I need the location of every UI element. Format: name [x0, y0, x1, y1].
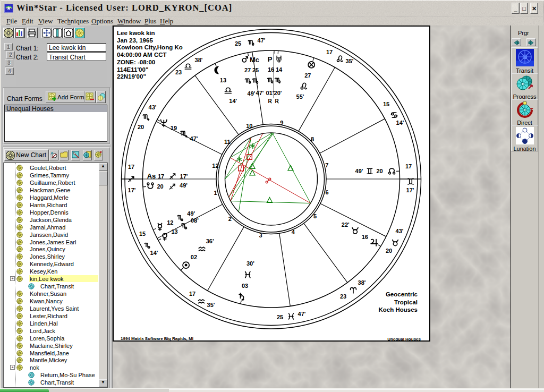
svg-text:Tropical: Tropical: [394, 299, 418, 305]
svg-text:02: 02: [191, 254, 197, 260]
svg-text:Lee kwok kin: Lee kwok kin: [117, 30, 155, 36]
svg-text:47': 47': [190, 135, 198, 142]
svg-text:14': 14': [150, 250, 158, 256]
svg-text:12: 12: [212, 163, 218, 169]
svg-text:14': 14': [396, 120, 404, 126]
svg-text:15: 15: [383, 101, 389, 107]
svg-text:47': 47': [256, 90, 264, 96]
svg-text:04:00:00 AM CCT: 04:00:00 AM CCT: [117, 52, 167, 58]
svg-text:1994 Matrix Software Big Rapi: 1994 Matrix Software Big Rapids, MI: [121, 336, 193, 341]
svg-text:12: 12: [167, 219, 173, 226]
svg-text:35': 35': [346, 58, 354, 64]
svg-text:47': 47': [258, 37, 266, 44]
svg-text:38': 38': [358, 279, 366, 286]
svg-text:25: 25: [252, 67, 259, 73]
svg-text:20: 20: [138, 124, 144, 130]
svg-text:7: 7: [325, 162, 328, 168]
svg-text:As: As: [147, 172, 156, 180]
svg-text:22': 22': [342, 221, 350, 228]
svg-text:4: 4: [292, 229, 295, 235]
svg-text:55': 55': [296, 93, 304, 100]
svg-text:03: 03: [242, 283, 248, 289]
svg-text:Kowloon City,Hong Ko: Kowloon City,Hong Ko: [117, 44, 183, 50]
svg-text:16: 16: [268, 66, 274, 73]
svg-text:14: 14: [276, 66, 283, 73]
svg-text:Jan 23, 1965: Jan 23, 1965: [117, 37, 153, 44]
svg-text:11: 11: [224, 139, 231, 145]
svg-text:15: 15: [139, 231, 146, 237]
svg-text:43': 43': [396, 228, 404, 234]
svg-text:13: 13: [220, 77, 226, 83]
svg-text:Mc: Mc: [250, 56, 259, 64]
svg-text:25: 25: [235, 40, 241, 47]
svg-text:22N19'00": 22N19'00": [117, 73, 146, 80]
svg-text:17': 17': [180, 173, 188, 180]
svg-text:5: 5: [313, 213, 317, 219]
svg-text:2: 2: [228, 216, 232, 222]
svg-text:47': 47': [298, 311, 306, 317]
svg-text:49': 49': [180, 182, 188, 189]
svg-text:49': 49': [355, 168, 363, 174]
svg-text:8: 8: [311, 136, 314, 142]
svg-text:17: 17: [189, 291, 196, 297]
svg-text:36': 36': [206, 238, 214, 244]
svg-text:14': 14': [229, 98, 237, 104]
svg-text:23: 23: [340, 293, 346, 300]
svg-text:P: P: [268, 55, 273, 63]
svg-text:13: 13: [171, 228, 177, 235]
svg-text:17': 17': [128, 187, 136, 193]
svg-text:17: 17: [158, 173, 164, 180]
svg-text:1: 1: [214, 190, 217, 196]
svg-text:27: 27: [244, 67, 251, 73]
svg-text:49': 49': [248, 90, 256, 97]
svg-text:10: 10: [246, 123, 252, 129]
svg-text:43': 43': [149, 104, 157, 110]
svg-text:35': 35': [207, 302, 215, 308]
svg-text:20: 20: [157, 183, 163, 190]
svg-text:20': 20': [274, 90, 282, 96]
svg-text:30': 30': [246, 260, 254, 267]
svg-text:Unequal Houses: Unequal Houses: [387, 337, 421, 342]
svg-text:25: 25: [277, 314, 283, 320]
svg-text:Geocentric: Geocentric: [386, 291, 418, 297]
svg-text:ZONE: -08:00: ZONE: -08:00: [117, 59, 155, 65]
svg-text:20: 20: [386, 248, 392, 254]
svg-text:49': 49': [187, 210, 195, 217]
svg-text:6: 6: [326, 189, 329, 195]
svg-text:17: 17: [128, 164, 134, 170]
svg-text:Koch Houses: Koch Houses: [379, 306, 418, 313]
svg-text:08': 08': [191, 217, 199, 224]
svg-text:01': 01': [266, 90, 274, 96]
svg-text:9: 9: [280, 120, 283, 126]
svg-text:17: 17: [326, 49, 333, 55]
svg-text:19: 19: [171, 125, 177, 131]
svg-text:38': 38': [195, 57, 203, 63]
svg-text:23: 23: [175, 69, 182, 75]
svg-text:17: 17: [405, 163, 412, 169]
svg-text:27: 27: [304, 72, 311, 79]
svg-text:3: 3: [259, 232, 262, 238]
svg-text:114E11'00": 114E11'00": [117, 66, 148, 73]
svg-text:20: 20: [376, 168, 382, 174]
svg-text:17': 17': [406, 187, 414, 193]
svg-text:16: 16: [362, 234, 368, 240]
